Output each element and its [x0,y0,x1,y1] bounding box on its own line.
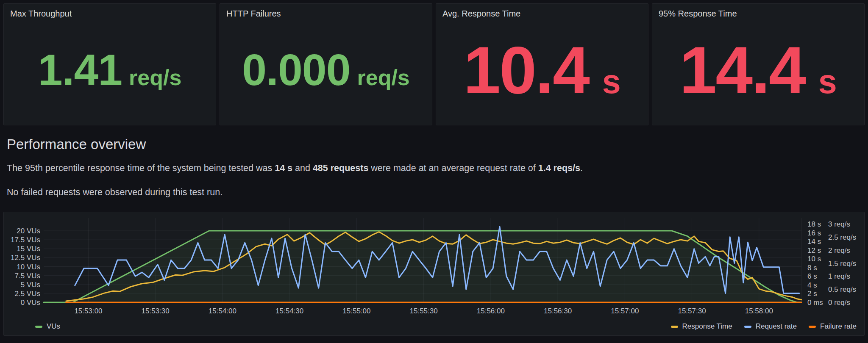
series-lines [44,227,801,302]
vus-series-swatch-icon [35,326,42,328]
stat-number: 10.4 [463,36,589,103]
stat-panel-max-throughput: Max Throughput 1.41 req/s [3,3,216,125]
y-axis-left-tick: 10 VUs [17,263,40,271]
y-axis-right-reqs-tick: 3 req/s [828,220,850,228]
panel-title: 95% Response Time [652,4,864,19]
stat-number: 0.000 [242,48,350,92]
y-axis-right-seconds-tick: 6 s [807,272,817,280]
stat-unit: s [602,65,621,98]
panel-title: Max Throughput [4,4,216,19]
stat-panel-avg-response-time: Avg. Response Time 10.4 s [436,3,648,125]
y-axis-right-seconds-tick: 10 s [807,255,821,263]
legend-label: VUs [47,322,60,331]
y-axis-left-tick: 2.5 VUs [15,290,40,298]
y-axis-left-tick: 5 VUs [21,281,40,289]
y-axis-right-seconds-tick: 18 s [807,220,821,228]
x-axis-tick: 15:55:30 [410,307,438,315]
grafana-dashboard: Max Throughput 1.41 req/s HTTP Failures … [3,3,865,336]
response-time-series-swatch-icon [671,326,678,328]
y-axis-right-seconds-tick: 4 s [807,281,817,289]
x-axis-tick: 15:58:00 [745,307,773,315]
stat-value: 0.000 req/s [242,48,410,92]
stat-unit: s [818,65,837,98]
y-axis-right-seconds-tick: 12 s [807,246,821,254]
x-axis-tick: 15:57:00 [611,307,639,315]
legend-label: Request rate [756,322,797,331]
legend-label: Failure rate [820,322,857,331]
x-axis-tick: 15:54:30 [275,307,303,315]
x-axis-tick: 15:57:30 [678,307,706,315]
overview-paragraph-1: The 95th percentile response time of the… [7,162,861,175]
y-axis-right-seconds-tick: 8 s [807,264,817,272]
x-axis-tick: 15:55:00 [342,307,370,315]
y-axis-right-reqs-tick: 2.5 req/s [828,233,856,241]
y-axis-right-seconds-tick: 0 ms [807,299,823,307]
legend-item-response-time[interactable]: Response Time [671,322,732,331]
stat-value: 14.4 s [679,36,837,103]
x-axis-tick: 15:53:30 [142,307,170,315]
y-axis-left-tick: 12.5 VUs [11,254,40,262]
y-axis-left-tick: 0 VUs [21,299,40,307]
legend-group-left: VUs [35,322,60,331]
legend-item-request-rate[interactable]: Request rate [744,322,797,331]
overview-paragraph-2: No failed requests were observed during … [7,186,861,199]
timeseries-panel: 0 VUs2.5 VUs5 VUs7.5 VUs10 VUs12.5 VUs15… [3,212,865,336]
y-axis-right-reqs-tick: 1.5 req/s [828,260,856,268]
legend-group-right: Response Time Request rate Failure rate [671,322,857,331]
x-axis-tick: 15:56:00 [477,307,505,315]
timeseries-plot[interactable]: 0 VUs2.5 VUs5 VUs7.5 VUs10 VUs12.5 VUs15… [4,212,864,335]
y-axis-left-tick: 7.5 VUs [15,272,40,280]
y-axis-right-seconds-tick: 14 s [807,238,821,246]
performance-overview-text-panel: Performance overview The 95th percentile… [7,136,861,200]
stat-panel-95-response-time: 95% Response Time 14.4 s [652,3,865,125]
y-axis-right-seconds-tick: 16 s [807,229,821,237]
legend-label: Response Time [682,322,732,331]
y-axis-left-tick: 17.5 VUs [11,236,40,244]
stat-unit: req/s [129,66,181,89]
y-axis-right-seconds-tick: 2 s [807,290,817,298]
stat-value: 10.4 s [463,36,620,103]
panel-title: Avg. Response Time [436,4,648,19]
stat-number: 1.41 [38,48,122,92]
panel-title: HTTP Failures [220,4,432,19]
stat-panel-http-failures: HTTP Failures 0.000 req/s [220,3,432,125]
y-axis-right-reqs-tick: 2 req/s [828,246,850,254]
legend-item-vus[interactable]: VUs [35,322,60,331]
chart-legend: VUs Response Time Request rate Failure r… [4,321,864,332]
request-rate-series-swatch-icon [744,326,751,328]
y-axis-left-tick: 15 VUs [17,245,40,253]
x-axis-tick: 15:56:30 [544,307,572,315]
legend-item-failure-rate[interactable]: Failure rate [809,322,857,331]
failure-rate-series-swatch-icon [809,326,816,328]
y-axis-right-reqs-tick: 1 req/s [828,272,850,280]
stat-value: 1.41 req/s [38,48,182,92]
overview-heading: Performance overview [7,136,861,152]
stat-number: 14.4 [679,36,805,103]
y-axis-right-reqs-tick: 0 req/s [828,299,850,307]
y-axis-left-tick: 20 VUs [17,227,40,235]
y-axis-right-reqs-tick: 0.5 req/s [828,285,856,293]
stat-unit: req/s [357,66,409,89]
x-axis-tick: 15:53:00 [74,307,102,315]
stat-panels-row: Max Throughput 1.41 req/s HTTP Failures … [3,3,865,125]
x-axis-tick: 15:54:00 [209,307,236,315]
